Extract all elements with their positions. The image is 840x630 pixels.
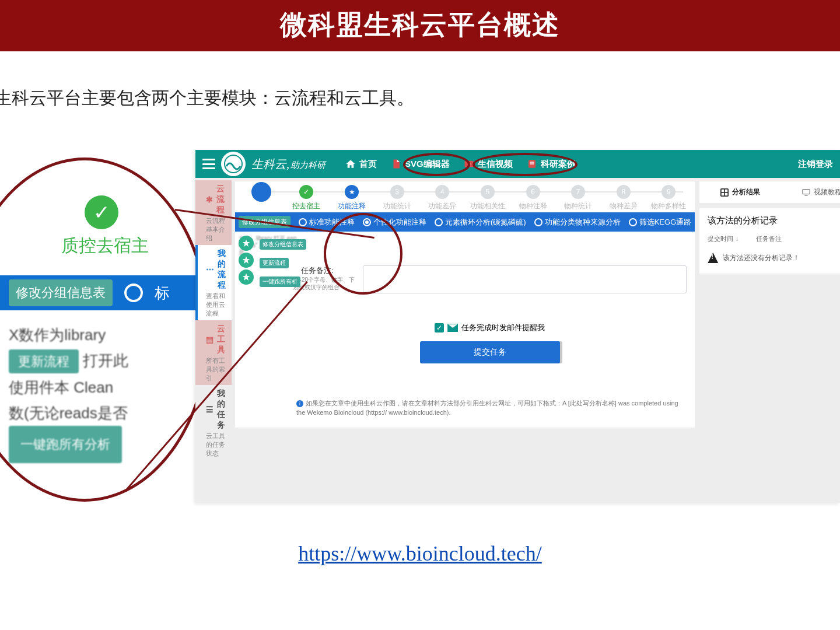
task-note-hint: ●0-20个字母、数字、下划线或汉字的组合 (293, 276, 357, 291)
nav-home[interactable]: 首页 (338, 155, 384, 173)
option-1[interactable]: 个性化功能注释 (363, 217, 426, 228)
col-submit-time[interactable]: 提交时间 ↓ (708, 235, 738, 243)
task-note-label: 任务备注: (293, 265, 334, 276)
radio-icon (435, 218, 443, 226)
check-icon: ✓ (85, 195, 118, 229)
warning-icon (708, 253, 718, 263)
archive-icon: ▤ (206, 335, 214, 344)
radio-icon (534, 218, 542, 226)
snowflake-icon: ✱ (206, 195, 213, 204)
step-5[interactable]: 5功能相关性 (465, 185, 510, 211)
step-6[interactable]: 6物种注释 (510, 185, 556, 211)
svg-rect-4 (530, 162, 534, 163)
dots-icon: ⋯ (206, 265, 214, 274)
step-9[interactable]: 9物种多样性 (646, 185, 692, 211)
home-icon (345, 159, 356, 169)
radio-icon (629, 218, 637, 226)
results-tabs-panel: 分析结果 视频教程 (699, 181, 840, 204)
svg-rect-10 (725, 192, 727, 195)
app-window: 生科云,助力科研 首页 SVG编辑器 生信视频 科研案例 注销登录 (195, 150, 840, 503)
nav-svg-editor[interactable]: SVG编辑器 (384, 155, 457, 173)
radio-icon (299, 218, 307, 226)
email-reminder-row[interactable]: ✓ 任务完成时发邮件提醒我 (293, 323, 687, 333)
step-3[interactable]: 3功能统计 (374, 185, 420, 211)
step-bar: ✓控去宿主★功能注释3功能统计4功能差异5功能相关性6物种注释7物种统计8物种差… (235, 181, 695, 212)
video-icon (464, 159, 474, 169)
logout-link[interactable]: 注销登录 (798, 159, 833, 170)
sidebar-item-tasks[interactable]: ☰我的任务 云工具的任务状态 (195, 385, 232, 460)
file-icon (391, 159, 401, 169)
mail-icon (447, 324, 458, 332)
sort-down-icon: ↓ (735, 235, 738, 243)
task-note-input[interactable] (363, 265, 687, 293)
nav-video[interactable]: 生信视频 (457, 155, 520, 173)
menu-icon[interactable] (202, 159, 215, 169)
step-8[interactable]: 8物种差异 (601, 185, 646, 211)
footer-link: https://www.bioincloud.tech/ (0, 541, 840, 566)
list-icon: ☰ (206, 405, 214, 414)
info-icon: i (296, 400, 303, 407)
slide-title: 微科盟生科云平台概述 (0, 0, 840, 51)
step-1[interactable]: ✓控去宿主 (284, 185, 330, 211)
star-icon[interactable] (239, 236, 254, 251)
records-title: 该方法的分析记录 (708, 215, 840, 226)
brand-text: 生科云,助力科研 (251, 156, 326, 172)
option-3[interactable]: 功能分类物种来源分析 (534, 217, 621, 228)
modify-group-button[interactable]: 修改分组信息表 (9, 279, 113, 306)
tab-video[interactable]: 视频教程 (781, 181, 840, 203)
checkbox-icon[interactable]: ✓ (435, 323, 444, 332)
update-flow-pill[interactable]: 更新流程 (260, 258, 289, 268)
star-icon[interactable] (239, 253, 254, 268)
main-area: ✓控去宿主★功能注释3功能统计4功能差异5功能相关性6物种注释7物种统计8物种差… (232, 178, 840, 503)
update-flow-button[interactable]: 更新流程 (9, 349, 79, 373)
sidebar-item-myflow[interactable]: ⋯我的流程 查看和使用云流程 (195, 245, 232, 320)
slide-intro: 生科云平台主要包含两个主要模块：云流程和云工具。 (0, 86, 840, 110)
svg-rect-7 (722, 189, 724, 191)
modify-group-pill[interactable]: 修改分组信息表 (260, 239, 306, 250)
logo-icon[interactable] (221, 152, 246, 176)
zoom-blur-text: X数作为library 更新流程 打开此 使用件本 Clean 数(无论read… (9, 322, 207, 463)
task-form: 任务备注: ●0-20个字母、数字、下划线或汉字的组合 ✓ 任务完成时发邮件提醒… (290, 232, 695, 423)
option-0[interactable]: 标准功能注释 (299, 217, 355, 228)
col-task-note[interactable]: 任务备注 (756, 235, 782, 243)
grid-icon (720, 188, 729, 197)
records-panel: 该方法的分析记录 提交时间 ↓ 任务备注 该方法还没有分析记录！ (699, 208, 840, 274)
star-icon[interactable] (239, 270, 254, 285)
zoom-radio-partial: 标 (155, 283, 170, 303)
nav-cases[interactable]: 科研案例 (520, 155, 583, 173)
run-all-button[interactable]: 一键跑所有分析 (9, 426, 122, 463)
step-0[interactable] (239, 185, 284, 204)
svg-rect-5 (530, 163, 534, 164)
citation-note: i如果您在文章中使用生科云作图，请在文章材料方法部分引用生科云网址，可用如下格式… (293, 398, 687, 423)
option-4[interactable]: 筛选KEGG通路 (629, 217, 692, 228)
step-2[interactable]: ★功能注释 (329, 185, 374, 211)
step-7[interactable]: 7物种统计 (555, 185, 601, 211)
svg-rect-9 (722, 192, 724, 195)
tab-results[interactable]: 分析结果 (699, 181, 781, 203)
platform-url-link[interactable]: https://www.bioincloud.tech/ (298, 542, 542, 565)
radio-icon[interactable] (124, 284, 143, 302)
svg-rect-11 (803, 189, 810, 194)
star-actions: 文件、library 打开 ean Reads" 总数（无论reads是 修改分… (235, 232, 290, 423)
app-header: 生科云,助力科研 首页 SVG编辑器 生信视频 科研案例 注销登录 (195, 150, 840, 178)
step-4[interactable]: 4功能差异 (420, 185, 466, 211)
submit-task-button[interactable]: 提交任务 (420, 341, 560, 363)
svg-rect-8 (725, 189, 727, 191)
run-all-pill[interactable]: 一键跑所有析 (260, 276, 300, 287)
zoom-options-band: 修改分组信息表 标 (0, 275, 207, 310)
sidebar: ✱云流程 云流程基本介绍 ⋯我的流程 查看和使用云流程 ▤云工具 所有工具的索引… (195, 178, 232, 503)
radio-icon (363, 218, 371, 226)
zoom-step-label: 质控去宿主 (61, 234, 207, 258)
doc-icon (527, 159, 537, 169)
monitor-icon (802, 188, 810, 197)
no-records-row: 该方法还没有分析记录！ (708, 253, 840, 263)
option-2[interactable]: 元素循环分析(碳氮磷硫) (435, 217, 526, 228)
